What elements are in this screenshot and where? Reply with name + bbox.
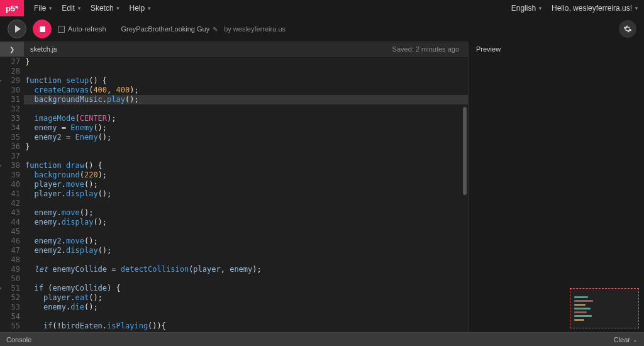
autorefresh-toggle[interactable]: Auto-refresh [58,25,106,33]
editor-area: 272829▾303132333435363738▾39404142434445… [0,57,644,332]
stop-button[interactable] [33,20,52,38]
chevron-down-icon: ▼ [634,6,639,11]
expand-sidebar-button[interactable]: ❯ [0,42,24,57]
play-icon [15,25,21,33]
settings-button[interactable] [619,20,636,38]
menu-edit[interactable]: Edit▼ [62,4,82,13]
chevron-right-icon: ❯ [9,46,14,53]
right-menu: English▼ Hello, wesleyferreira.us!▼ [511,4,639,13]
chevron-down-icon: ▼ [48,6,53,11]
preview-header: Preview [468,42,644,57]
play-button[interactable] [8,20,26,38]
sketch-author: by wesleyferreira.us [224,25,286,33]
code-content[interactable]: }function setup() { createCanvas(400, 40… [24,57,468,332]
chevron-down-icon: ▼ [77,6,82,11]
chevron-down-icon: ▼ [147,6,152,11]
save-status: Saved: 2 minutes ago [392,45,468,53]
menu-file[interactable]: File▼ [34,4,53,13]
stop-icon [40,26,45,32]
chevron-down-icon: ⌄ [633,337,638,343]
chevron-down-icon: ▼ [538,6,543,11]
menu-sketch[interactable]: Sketch▼ [91,4,121,13]
language-selector[interactable]: English▼ [511,4,543,13]
pencil-icon[interactable]: ✎ [213,26,218,33]
gear-icon [623,25,632,33]
p5-logo[interactable]: p5* [0,0,24,16]
checkbox-icon[interactable] [58,26,65,33]
clear-console-button[interactable]: Clear ⌄ [614,336,638,343]
console-bar[interactable]: Console Clear ⌄ [0,332,644,346]
chevron-down-icon: ▼ [116,6,121,11]
user-greeting[interactable]: Hello, wesleyferreira.us!▼ [552,4,639,13]
line-number-gutter: 272829▾303132333435363738▾39404142434445… [0,57,24,332]
top-menu-bar: p5* File▼ Edit▼ Sketch▼ Help▼ English▼ H… [0,0,644,16]
preview-thumbnail[interactable] [570,288,639,328]
console-label: Console [6,336,31,343]
sketch-name[interactable]: GreyPacBrotherLooking Guy ✎ [121,25,218,33]
file-tab-bar: ❯ sketch.js Saved: 2 minutes ago Preview [0,42,644,57]
toolbar: Auto-refresh GreyPacBrotherLooking Guy ✎… [0,16,644,42]
scrollbar-thumb[interactable] [463,107,467,195]
main-menu: File▼ Edit▼ Sketch▼ Help▼ [34,4,152,13]
autorefresh-label: Auto-refresh [68,25,106,33]
code-editor[interactable]: 272829▾303132333435363738▾39404142434445… [0,57,468,332]
preview-pane [468,57,644,332]
menu-help[interactable]: Help▼ [129,4,152,13]
active-file-tab[interactable]: sketch.js [24,45,64,53]
author-link[interactable]: wesleyferreira.us [233,25,286,33]
